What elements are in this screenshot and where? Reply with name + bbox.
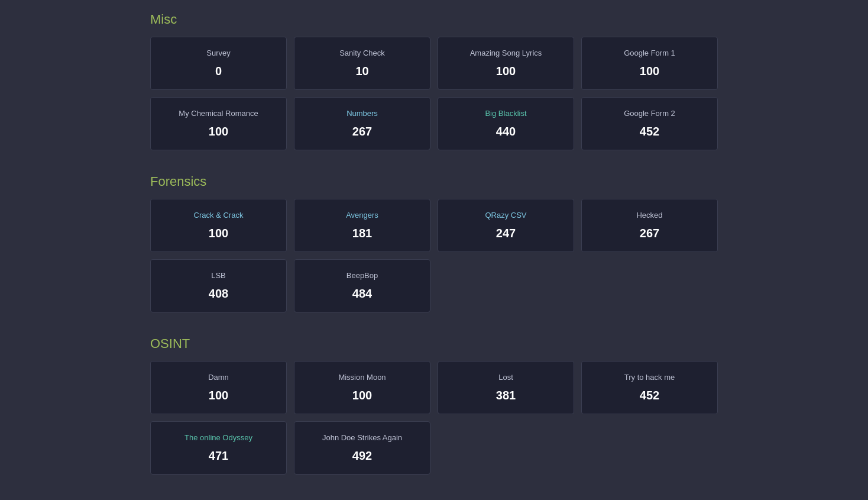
card-crack--crack[interactable]: Crack & Crack100: [150, 199, 287, 252]
card-survey[interactable]: Survey0: [150, 37, 287, 90]
card-avengers[interactable]: Avengers181: [294, 199, 430, 252]
empty-slot: [581, 421, 718, 475]
empty-slot: [438, 259, 574, 312]
card-value: 408: [209, 287, 228, 301]
section-forensics: ForensicsCrack & Crack100Avengers181QRaz…: [150, 174, 718, 312]
card-value: 452: [640, 389, 659, 402]
card-mission-moon[interactable]: Mission Moon100: [294, 361, 430, 414]
card-value: 471: [209, 449, 228, 463]
empty-slot: [581, 259, 718, 312]
card-title: Big Blacklist: [485, 109, 526, 119]
card-title: Hecked: [636, 211, 662, 221]
card-google-form-1[interactable]: Google Form 1100: [581, 37, 718, 90]
section-title-osint: OSINT: [150, 336, 718, 351]
card-value: 381: [496, 389, 516, 402]
card-title: Damn: [208, 373, 229, 383]
cards-row-misc-0: Survey0Sanity Check10Amazing Song Lyrics…: [150, 37, 718, 90]
card-title: Google Form 2: [624, 109, 675, 119]
card-title: My Chemical Romance: [179, 109, 258, 119]
card-title: Survey: [206, 49, 230, 59]
cards-row-forensics-0: Crack & Crack100Avengers181QRazy CSV247H…: [150, 199, 718, 252]
card-title: Sanity Check: [339, 49, 385, 59]
card-value: 181: [352, 227, 372, 240]
section-title-misc: Misc: [150, 12, 718, 27]
cards-row-misc-1: My Chemical Romance100Numbers267Big Blac…: [150, 97, 718, 150]
card-john-doe-strikes-again[interactable]: John Doe Strikes Again492: [294, 421, 430, 475]
card-the-online-odyssey[interactable]: The online Odyssey471: [150, 421, 287, 475]
card-title: QRazy CSV: [485, 211, 526, 221]
card-title: Try to hack me: [624, 373, 675, 383]
card-title: Crack & Crack: [194, 211, 244, 221]
card-value: 492: [352, 449, 372, 463]
card-numbers[interactable]: Numbers267: [294, 97, 430, 150]
card-value: 0: [215, 64, 222, 78]
cards-row-osint-1: The online Odyssey471John Doe Strikes Ag…: [150, 421, 718, 475]
card-value: 267: [352, 125, 372, 138]
card-title: Google Form 1: [624, 49, 675, 59]
card-title: BeepBop: [346, 271, 378, 281]
card-hecked[interactable]: Hecked267: [581, 199, 718, 252]
cards-row-forensics-1: LSB408BeepBop484: [150, 259, 718, 312]
card-try-to-hack-me[interactable]: Try to hack me452: [581, 361, 718, 414]
card-lsb[interactable]: LSB408: [150, 259, 287, 312]
card-value: 267: [640, 227, 659, 240]
card-my-chemical-romance[interactable]: My Chemical Romance100: [150, 97, 287, 150]
section-osint: OSINTDamn100Mission Moon100Lost381Try to…: [150, 336, 718, 475]
card-title: John Doe Strikes Again: [322, 433, 402, 443]
card-qrazy-csv[interactable]: QRazy CSV247: [438, 199, 574, 252]
card-title: Numbers: [346, 109, 378, 119]
card-title: Amazing Song Lyrics: [470, 49, 542, 59]
card-value: 100: [640, 64, 659, 78]
cards-row-osint-0: Damn100Mission Moon100Lost381Try to hack…: [150, 361, 718, 414]
card-value: 100: [496, 64, 516, 78]
card-value: 440: [496, 125, 516, 138]
card-amazing-song-lyrics[interactable]: Amazing Song Lyrics100: [438, 37, 574, 90]
card-sanity-check[interactable]: Sanity Check10: [294, 37, 430, 90]
card-value: 247: [496, 227, 516, 240]
card-big-blacklist[interactable]: Big Blacklist440: [438, 97, 574, 150]
card-title: Avengers: [346, 211, 378, 221]
card-value: 100: [209, 227, 228, 240]
card-title: Mission Moon: [338, 373, 386, 383]
card-lost[interactable]: Lost381: [438, 361, 574, 414]
card-title: Lost: [498, 373, 513, 383]
card-value: 484: [352, 287, 372, 301]
card-value: 100: [209, 389, 228, 402]
card-google-form-2[interactable]: Google Form 2452: [581, 97, 718, 150]
card-damn[interactable]: Damn100: [150, 361, 287, 414]
section-misc: MiscSurvey0Sanity Check10Amazing Song Ly…: [150, 12, 718, 150]
empty-slot: [438, 421, 574, 475]
page-container: MiscSurvey0Sanity Check10Amazing Song Ly…: [138, 12, 730, 475]
card-title: The online Odyssey: [184, 433, 252, 443]
section-title-forensics: Forensics: [150, 174, 718, 189]
card-value: 100: [352, 389, 372, 402]
card-value: 100: [209, 125, 228, 138]
card-value: 452: [640, 125, 659, 138]
card-title: LSB: [211, 271, 226, 281]
card-value: 10: [355, 64, 368, 78]
card-beepbop[interactable]: BeepBop484: [294, 259, 430, 312]
